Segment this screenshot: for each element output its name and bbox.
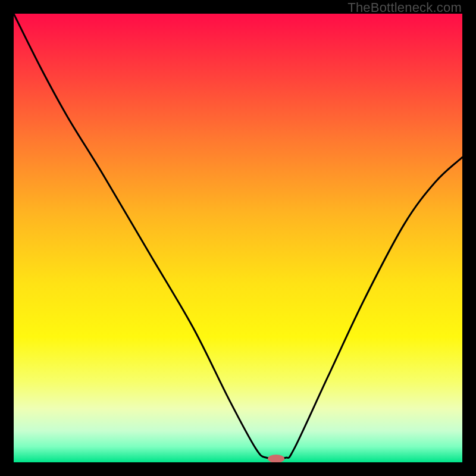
chart-frame: TheBottleneck.com [0,0,476,476]
plot-area [14,14,462,462]
bottleneck-chart [14,14,462,462]
gradient-background [14,14,462,462]
